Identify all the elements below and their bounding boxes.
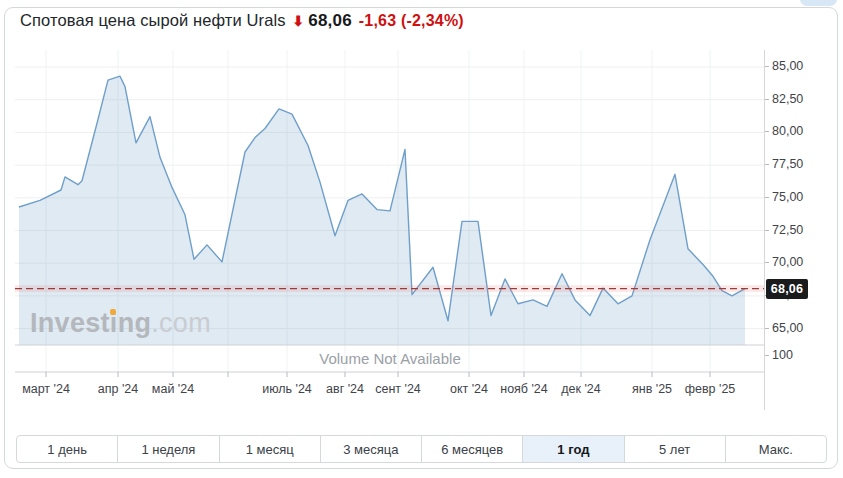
timeframe-button-8[interactable]: Макс.: [726, 436, 826, 462]
chart-header: Спотовая цена сырой нефти Urals ⬇ 68,06 …: [20, 11, 464, 35]
y-axis-label: 80,00: [772, 124, 820, 139]
timeframe-button-5[interactable]: 6 месяцев: [422, 436, 523, 462]
timeframe-button-3[interactable]: 1 месяц: [220, 436, 321, 462]
x-axis-label: апр '24: [98, 382, 138, 397]
timeframe-button-7[interactable]: 5 лет: [625, 436, 726, 462]
instrument-title: Спотовая цена сырой нефти Urals: [20, 11, 286, 30]
timeframe-button-4[interactable]: 3 месяца: [321, 436, 422, 462]
x-axis-label: февр '25: [685, 382, 736, 397]
y-axis-label: 72,50: [772, 223, 820, 238]
timeframe-selector: 1 день1 неделя1 месяц3 месяца6 месяцев1 …: [16, 435, 827, 463]
x-axis-label: авг '24: [326, 382, 364, 397]
x-axis-label: сент '24: [375, 382, 421, 397]
timeframe-button-2[interactable]: 1 неделя: [118, 436, 219, 462]
y-axis-label: 70,00: [772, 255, 820, 270]
watermark-tld: .com: [151, 308, 211, 338]
x-axis-label: июль '24: [262, 382, 312, 397]
x-axis-label: янв '25: [632, 382, 672, 397]
top-right-accent: [800, 0, 837, 6]
watermark-part2: ng: [118, 308, 152, 338]
timeframe-button-1[interactable]: 1 день: [17, 436, 118, 462]
volume-note: Volume Not Available: [15, 350, 765, 367]
y-axis-label: 82,50: [772, 92, 820, 107]
x-axis-label: нояб '24: [500, 382, 548, 397]
urals-price-widget: Спотовая цена сырой нефти Urals ⬇ 68,06 …: [0, 0, 843, 478]
last-price-value: 68,06: [308, 11, 352, 31]
watermark-part1: Invest: [30, 308, 110, 338]
timeframe-button-6[interactable]: 1 год: [523, 436, 624, 462]
price-down-arrow-icon: ⬇: [293, 13, 305, 29]
investing-watermark: Investing.com: [30, 308, 211, 339]
volume-axis-label: 100: [772, 348, 793, 362]
y-axis-label: 85,00: [772, 59, 820, 74]
x-axis-label: май '24: [152, 382, 194, 397]
y-axis-label: 75,00: [772, 190, 820, 205]
last-price-badge: 68,06: [766, 279, 808, 299]
watermark-accent-i: i: [110, 308, 118, 338]
x-axis-label: дек '24: [561, 382, 600, 397]
y-axis-label: 65,00: [772, 321, 820, 336]
price-change: -1,63 (-2,34%): [359, 12, 464, 30]
x-axis-label: март '24: [22, 382, 70, 397]
x-axis-label: окт '24: [450, 382, 488, 397]
y-axis-label: 77,50: [772, 157, 820, 172]
